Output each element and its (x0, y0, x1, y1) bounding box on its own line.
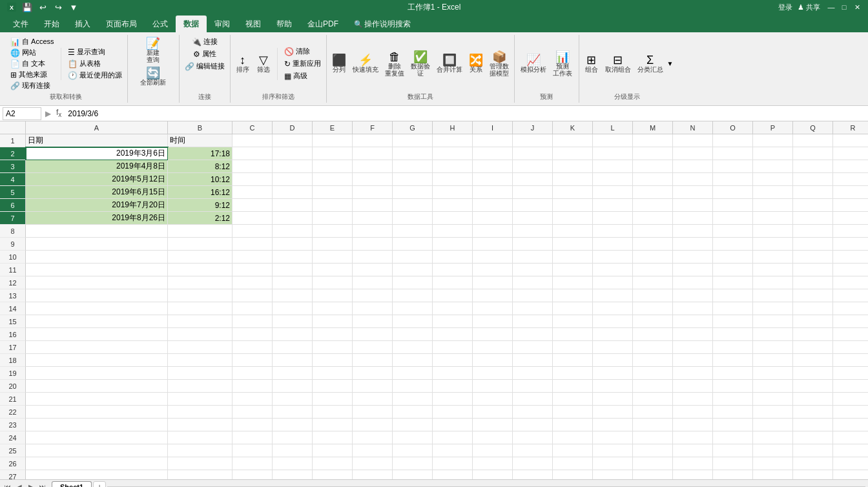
cell-J7[interactable] (513, 212, 553, 225)
row-num-12[interactable]: 12 (0, 276, 26, 289)
cell-C5[interactable] (232, 186, 273, 199)
cell-E1[interactable] (313, 134, 353, 147)
cell-B5[interactable]: 16:12 (168, 186, 232, 199)
cell-G12[interactable] (393, 276, 433, 289)
cell-J24[interactable] (513, 431, 553, 444)
cell-P1[interactable] (753, 134, 793, 147)
col-header-B[interactable]: B (168, 121, 232, 134)
cell-P27[interactable] (753, 470, 793, 479)
btn-ungroup[interactable]: ⊟ 取消组合 (603, 53, 634, 74)
cell-C2[interactable] (232, 147, 273, 160)
cell-R11[interactable] (833, 264, 868, 276)
cell-H22[interactable] (433, 406, 473, 419)
cell-E3[interactable] (313, 160, 353, 173)
cell-M21[interactable] (633, 393, 673, 406)
btn-remove-dup[interactable]: 🗑 删除重复值 (382, 50, 407, 78)
cell-R14[interactable] (833, 302, 868, 315)
cell-M14[interactable] (633, 302, 673, 315)
tab-view[interactable]: 视图 (238, 16, 269, 32)
cell-H14[interactable] (433, 302, 473, 315)
row-num-25[interactable]: 25 (0, 444, 26, 457)
btn-text[interactable]: 📄自 文本 (8, 58, 57, 69)
cell-J22[interactable] (513, 406, 553, 419)
cell-E13[interactable] (313, 289, 353, 302)
cell-D27[interactable] (273, 470, 313, 479)
cell-L16[interactable] (593, 328, 633, 341)
cell-H19[interactable] (433, 367, 473, 380)
btn-clear[interactable]: 🚫清除 (282, 46, 324, 57)
cell-Q24[interactable] (793, 431, 833, 444)
col-header-M[interactable]: M (633, 121, 673, 134)
cell-N10[interactable] (673, 251, 713, 264)
cell-F22[interactable] (353, 406, 393, 419)
cell-I24[interactable] (473, 431, 513, 444)
cell-K15[interactable] (553, 315, 593, 328)
cell-J25[interactable] (513, 444, 553, 457)
cell-G14[interactable] (393, 302, 433, 315)
cell-O15[interactable] (713, 315, 753, 328)
cell-O11[interactable] (713, 264, 753, 276)
cell-J12[interactable] (513, 276, 553, 289)
btn-split-col[interactable]: ⬛ 分列 (329, 53, 349, 74)
col-header-I[interactable]: I (473, 121, 513, 134)
cell-P24[interactable] (753, 431, 793, 444)
cell-I6[interactable] (473, 199, 513, 212)
cell-H25[interactable] (433, 444, 473, 457)
cell-F23[interactable] (353, 419, 393, 431)
cell-K5[interactable] (553, 186, 593, 199)
cell-P12[interactable] (753, 276, 793, 289)
cell-E11[interactable] (313, 264, 353, 276)
cell-M8[interactable] (633, 225, 673, 238)
cell-C3[interactable] (232, 160, 273, 173)
btn-access[interactable]: 📊自 Access (8, 36, 57, 47)
cell-C24[interactable] (232, 431, 273, 444)
cell-B22[interactable] (168, 406, 232, 419)
cell-N20[interactable] (673, 380, 713, 393)
cell-D20[interactable] (273, 380, 313, 393)
cell-M11[interactable] (633, 264, 673, 276)
cell-Q2[interactable] (793, 147, 833, 160)
cell-F13[interactable] (353, 289, 393, 302)
cell-J6[interactable] (513, 199, 553, 212)
cell-H27[interactable] (433, 470, 473, 479)
cell-F20[interactable] (353, 380, 393, 393)
cell-H8[interactable] (433, 225, 473, 238)
cell-J16[interactable] (513, 328, 553, 341)
cell-I17[interactable] (473, 341, 513, 354)
cell-E16[interactable] (313, 328, 353, 341)
row-num-10[interactable]: 10 (0, 251, 26, 264)
cell-K19[interactable] (553, 367, 593, 380)
cell-P13[interactable] (753, 289, 793, 302)
tab-help[interactable]: 帮助 (269, 16, 300, 32)
cell-C18[interactable] (232, 354, 273, 367)
cell-M13[interactable] (633, 289, 673, 302)
btn-from-table[interactable]: 📋从表格 (65, 58, 125, 69)
cell-P11[interactable] (753, 264, 793, 276)
name-box[interactable]: A2 (3, 107, 41, 120)
cell-Q27[interactable] (793, 470, 833, 479)
cell-I8[interactable] (473, 225, 513, 238)
cell-P3[interactable] (753, 160, 793, 173)
cell-M6[interactable] (633, 199, 673, 212)
cell-M9[interactable] (633, 238, 673, 251)
row-num-7[interactable]: 7 (0, 212, 26, 225)
redo-button[interactable]: ↪ (52, 1, 65, 14)
cell-K26[interactable] (553, 457, 593, 470)
cell-A24[interactable] (26, 431, 168, 444)
tab-data[interactable]: 数据 (176, 16, 207, 32)
cell-P15[interactable] (753, 315, 793, 328)
btn-connections[interactable]: 🔌连接 (189, 36, 220, 47)
row-num-21[interactable]: 21 (0, 393, 26, 406)
cell-A3[interactable]: 2019年4月8日 (26, 160, 168, 173)
cell-Q15[interactable] (793, 315, 833, 328)
row-num-26[interactable]: 26 (0, 457, 26, 470)
cell-G11[interactable] (393, 264, 433, 276)
cell-A5[interactable]: 2019年6月15日 (26, 186, 168, 199)
cell-D8[interactable] (273, 225, 313, 238)
cell-F16[interactable] (353, 328, 393, 341)
cell-O6[interactable] (713, 199, 753, 212)
cell-O9[interactable] (713, 238, 753, 251)
cell-B18[interactable] (168, 354, 232, 367)
cell-D21[interactable] (273, 393, 313, 406)
cell-J2[interactable] (513, 147, 553, 160)
